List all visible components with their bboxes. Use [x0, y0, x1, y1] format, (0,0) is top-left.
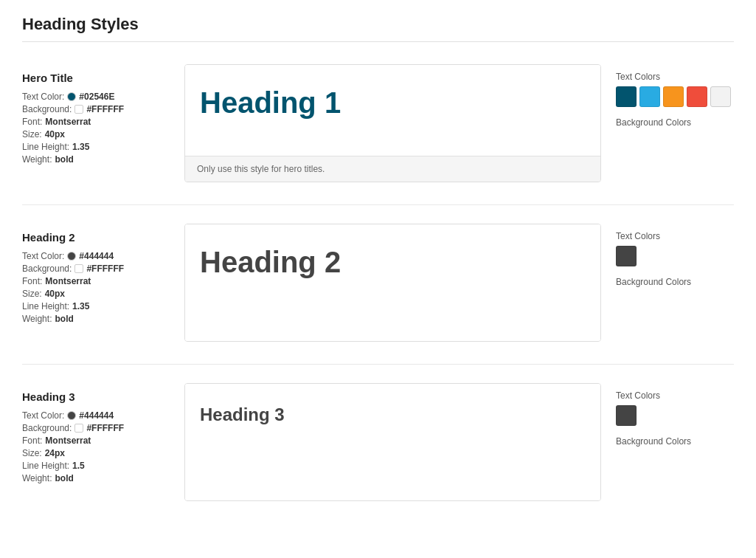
- spec-value: bold: [55, 154, 73, 165]
- spec-value: 24px: [45, 448, 65, 458]
- preview-content: Heading 1: [185, 65, 600, 156]
- section-heading-2: Heading 2Text Color:#444444Background:#F…: [22, 224, 734, 342]
- spec-label: Background:: [22, 423, 72, 433]
- spec-label: Font:: [22, 276, 42, 286]
- spec-label: Background:: [22, 264, 72, 274]
- spec-row: Background:#FFFFFF: [22, 423, 170, 433]
- section-divider: [22, 364, 734, 365]
- spec-row: Size:40px: [22, 289, 170, 299]
- preview-content: Heading 3: [185, 384, 600, 500]
- color-dot: [67, 252, 76, 261]
- bg-colors-label: Background Colors: [616, 436, 734, 447]
- color-dot: [67, 411, 76, 420]
- spec-row: Size:40px: [22, 129, 170, 140]
- spec-label: Text Color:: [22, 92, 64, 102]
- spec-row: Line Height:1.5: [22, 461, 170, 471]
- spec-value: Montserrat: [45, 117, 91, 127]
- spec-title-heading-2: Heading 2: [22, 231, 170, 244]
- spec-label: Weight:: [22, 154, 52, 165]
- spec-value: #FFFFFF: [86, 423, 124, 433]
- spec-value: 1.35: [72, 142, 89, 152]
- color-swatch[interactable]: [710, 86, 731, 107]
- spec-row: Text Color:#02546E: [22, 92, 170, 102]
- spec-label: Line Height:: [22, 461, 69, 471]
- spec-row: Size:24px: [22, 448, 170, 458]
- spec-label: Size:: [22, 129, 42, 140]
- spec-value: #FFFFFF: [86, 264, 124, 274]
- spec-row: Font:Montserrat: [22, 117, 170, 127]
- spec-value: #02546E: [79, 92, 114, 102]
- text-colors-label: Text Colors: [616, 390, 734, 401]
- spec-label: Line Height:: [22, 301, 69, 311]
- spec-value: 40px: [45, 129, 65, 140]
- colors-panel-heading-2: Text ColorsBackground Colors: [616, 224, 734, 292]
- preview-box-hero-title: Heading 1Only use this style for hero ti…: [184, 64, 601, 182]
- color-dot: [67, 92, 76, 101]
- spec-label: Line Height:: [22, 142, 69, 152]
- spec-value: Montserrat: [45, 435, 91, 446]
- colors-panel-hero-title: Text ColorsBackground Colors: [616, 64, 734, 132]
- bg-dot: [74, 264, 83, 273]
- spec-label: Weight:: [22, 473, 52, 483]
- color-swatch[interactable]: [687, 86, 707, 107]
- heading-preview-hero-title: Heading 1: [200, 83, 341, 123]
- spec-row: Font:Montserrat: [22, 435, 170, 446]
- text-color-swatches: [616, 86, 734, 107]
- page-title: Heading Styles: [22, 15, 734, 42]
- spec-row: Line Height:1.35: [22, 142, 170, 152]
- spec-value: Montserrat: [45, 276, 91, 286]
- spec-row: Text Color:#444444: [22, 410, 170, 421]
- spec-value: #444444: [79, 251, 114, 261]
- spec-row: Background:#FFFFFF: [22, 104, 170, 114]
- section-divider: [22, 204, 734, 205]
- colors-panel-heading-3: Text ColorsBackground Colors: [616, 383, 734, 451]
- color-swatch[interactable]: [616, 86, 637, 107]
- preview-box-heading-3: Heading 3: [184, 383, 601, 501]
- spec-value: #FFFFFF: [86, 104, 124, 114]
- spec-row: Line Height:1.35: [22, 301, 170, 311]
- bg-dot: [74, 105, 83, 114]
- spec-label: Background:: [22, 104, 72, 114]
- section-hero-title: Hero TitleText Color:#02546EBackground:#…: [22, 64, 734, 182]
- spec-row: Weight:bold: [22, 154, 170, 165]
- spec-row: Font:Montserrat: [22, 276, 170, 286]
- spec-label: Text Color:: [22, 251, 64, 261]
- spec-title-heading-3: Heading 3: [22, 390, 170, 403]
- text-color-swatches: [616, 405, 734, 426]
- spec-panel-hero-title: Hero TitleText Color:#02546EBackground:#…: [22, 64, 170, 167]
- spec-row: Background:#FFFFFF: [22, 264, 170, 274]
- spec-panel-heading-2: Heading 2Text Color:#444444Background:#F…: [22, 224, 170, 326]
- spec-label: Text Color:: [22, 410, 64, 421]
- color-swatch[interactable]: [639, 86, 660, 107]
- spec-row: Weight:bold: [22, 473, 170, 483]
- sections-container: Hero TitleText Color:#02546EBackground:#…: [22, 64, 734, 501]
- spec-value: 1.35: [72, 301, 89, 311]
- spec-panel-heading-3: Heading 3Text Color:#444444Background:#F…: [22, 383, 170, 486]
- spec-value: bold: [55, 473, 73, 483]
- spec-label: Font:: [22, 117, 42, 127]
- spec-row: Text Color:#444444: [22, 251, 170, 261]
- spec-value: 1.5: [72, 461, 85, 471]
- spec-label: Font:: [22, 435, 42, 446]
- preview-content: Heading 2: [185, 224, 600, 341]
- text-color-swatches: [616, 246, 734, 266]
- spec-label: Weight:: [22, 314, 52, 324]
- text-colors-label: Text Colors: [616, 231, 734, 241]
- color-swatch[interactable]: [616, 246, 637, 266]
- color-swatch[interactable]: [663, 86, 684, 107]
- bg-dot: [74, 424, 83, 433]
- heading-preview-heading-3: Heading 3: [200, 402, 285, 428]
- text-colors-label: Text Colors: [616, 72, 734, 82]
- bg-colors-label: Background Colors: [616, 117, 734, 128]
- section-heading-3: Heading 3Text Color:#444444Background:#F…: [22, 383, 734, 501]
- bg-colors-label: Background Colors: [616, 277, 734, 287]
- color-swatch[interactable]: [616, 405, 637, 426]
- spec-row: Weight:bold: [22, 314, 170, 324]
- preview-note: Only use this style for hero titles.: [185, 156, 600, 182]
- spec-value: 40px: [45, 289, 65, 299]
- spec-value: bold: [55, 314, 73, 324]
- spec-label: Size:: [22, 289, 42, 299]
- spec-label: Size:: [22, 448, 42, 458]
- preview-box-heading-2: Heading 2: [184, 224, 601, 342]
- spec-title-hero-title: Hero Title: [22, 72, 170, 84]
